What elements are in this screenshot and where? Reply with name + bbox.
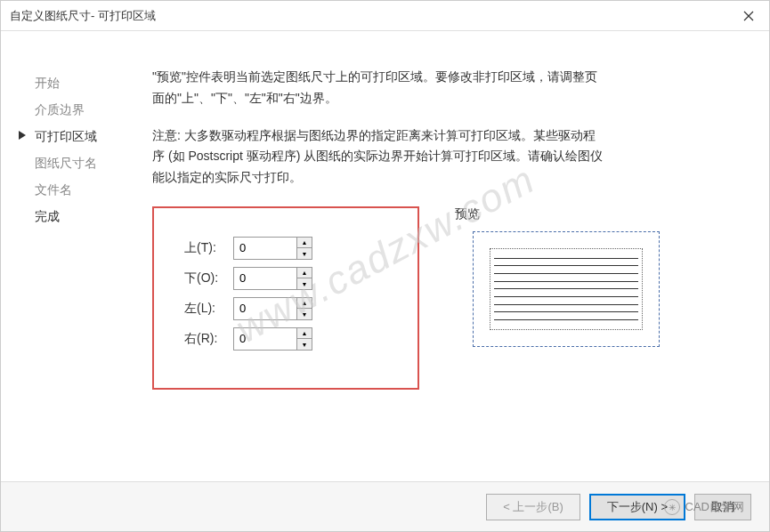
sidebar-item-printable-area[interactable]: 可打印区域 [19,124,134,150]
preview-line [494,311,638,312]
margins-group: 上(T): ▲ ▼ 下(O): [152,206,419,390]
spin-up-icon[interactable]: ▲ [297,238,312,248]
sidebar-item-media[interactable]: 介质边界 [19,97,134,124]
preview-inner [490,248,643,330]
content-area: "预览"控件表明当前选定图纸尺寸上的可打印区域。要修改非打印区域，请调整页面的"… [134,67,742,472]
preview-pane: 预览 [455,206,742,390]
margin-top-input[interactable] [234,238,296,259]
dialog-footer: < 上一步(B) 下一步(N) > 取消 ✳ CAD自学网 [1,481,769,531]
sidebar-item-label: 图纸尺寸名 [35,156,97,170]
margin-right-label: 右(R): [184,331,233,347]
spin-up-icon[interactable]: ▲ [297,298,312,309]
titlebar: 自定义图纸尺寸- 可打印区域 [1,1,769,31]
margin-left-field: 左(L): ▲ ▼ [184,297,387,320]
sidebar-item-start[interactable]: 开始 [19,70,134,97]
preview-line [494,265,638,266]
spin-up-icon[interactable]: ▲ [297,268,312,278]
preview-box [473,231,660,347]
sidebar-item-filename[interactable]: 文件名 [19,177,134,204]
margin-right-input[interactable] [234,328,296,350]
dialog-window: 自定义图纸尺寸- 可打印区域 www.cadzxw.com 开始 介质边界 可打… [0,0,770,532]
preview-line [494,273,638,274]
spin-down-icon[interactable]: ▼ [297,248,312,259]
margin-left-input[interactable] [234,298,296,319]
preview-line [494,288,638,289]
arrow-right-icon [19,131,26,140]
preview-line [494,258,638,259]
margin-bottom-input[interactable] [234,268,296,289]
next-button[interactable]: 下一步(N) > [589,494,685,520]
margin-bottom-field: 下(O): ▲ ▼ [184,267,387,290]
spin-down-icon[interactable]: ▼ [297,339,312,350]
sidebar-item-finish[interactable]: 完成 [19,204,134,230]
dialog-body: www.cadzxw.com 开始 介质边界 可打印区域 图纸尺寸名 文件名 完… [1,31,769,481]
spin-down-icon[interactable]: ▼ [297,278,312,289]
margin-bottom-spinner[interactable]: ▲ ▼ [233,267,312,290]
margin-top-field: 上(T): ▲ ▼ [184,237,387,260]
cancel-button[interactable]: 取消 [694,494,751,520]
margin-bottom-label: 下(O): [184,270,233,286]
description-text-1: "预览"控件表明当前选定图纸尺寸上的可打印区域。要修改非打印区域，请调整页面的"… [152,67,606,109]
margin-right-spinner[interactable]: ▲ ▼ [233,327,312,351]
preview-line [494,281,638,282]
window-title: 自定义图纸尺寸- 可打印区域 [10,8,728,24]
sidebar-item-label: 文件名 [35,182,72,197]
sidebar-item-label: 完成 [35,209,60,223]
preview-line [494,319,638,320]
sidebar-item-label: 可打印区域 [35,129,97,143]
close-button[interactable] [728,1,769,31]
spin-up-icon[interactable]: ▲ [297,328,312,339]
margin-top-label: 上(T): [184,240,233,256]
spin-down-icon[interactable]: ▼ [297,309,312,319]
wizard-sidebar: 开始 介质边界 可打印区域 图纸尺寸名 文件名 完成 [19,67,134,472]
preview-line [494,304,638,305]
margin-left-spinner[interactable]: ▲ ▼ [233,297,312,320]
description-text-2: 注意: 大多数驱动程序根据与图纸边界的指定距离来计算可打印区域。某些驱动程序 (… [152,125,606,189]
mid-section: 上(T): ▲ ▼ 下(O): [152,206,742,390]
back-button[interactable]: < 上一步(B) [486,494,580,520]
sidebar-item-paper-name[interactable]: 图纸尺寸名 [19,150,134,177]
sidebar-item-label: 介质边界 [35,102,85,117]
margin-left-label: 左(L): [184,301,233,317]
preview-label: 预览 [455,206,742,222]
sidebar-item-label: 开始 [35,76,60,90]
preview-line [494,296,638,297]
margin-top-spinner[interactable]: ▲ ▼ [233,237,312,260]
margin-right-field: 右(R): ▲ ▼ [184,327,387,351]
close-icon [743,11,754,21]
